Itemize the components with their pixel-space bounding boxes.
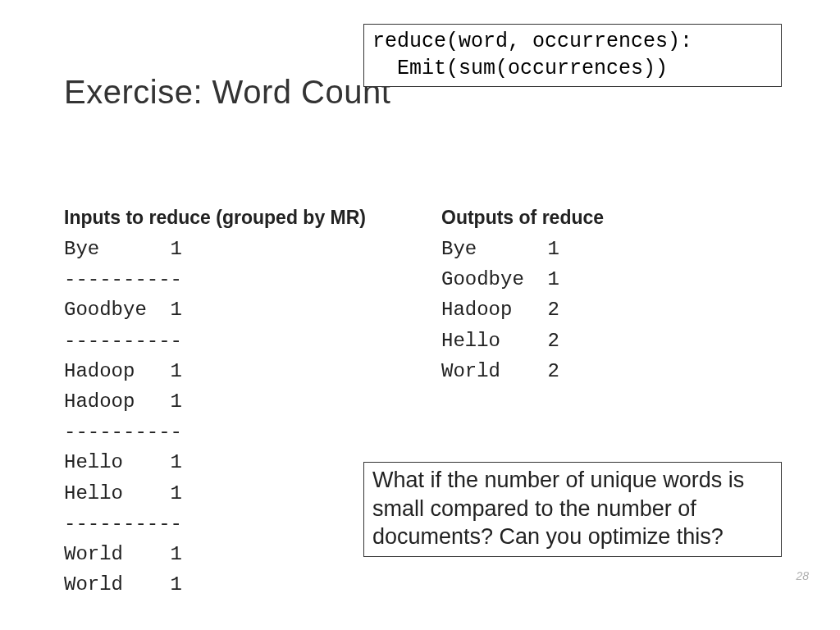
inputs-header: Inputs to reduce (grouped by MR) <box>64 207 409 229</box>
inputs-column: Inputs to reduce (grouped by MR) Bye 1--… <box>64 207 409 600</box>
page-number: 28 <box>796 569 809 582</box>
input-row: Hadoop 1 <box>64 356 409 386</box>
input-row: Goodbye 1 <box>64 294 409 325</box>
input-separator: ---------- <box>64 509 409 539</box>
code-line-2: Emit(sum(occurrences)) <box>372 56 773 83</box>
input-separator: ---------- <box>64 264 409 294</box>
output-row: Hello 2 <box>441 326 791 356</box>
input-separator: ---------- <box>64 326 409 356</box>
output-row: World 2 <box>441 356 791 386</box>
input-row: Hadoop 1 <box>64 386 409 417</box>
input-row: Bye 1 <box>64 234 409 264</box>
output-row: Bye 1 <box>441 234 791 264</box>
outputs-block: Bye 1Goodbye 1Hadoop 2Hello 2World 2 <box>441 234 791 386</box>
code-line-1: reduce(word, occurrences): <box>372 29 773 56</box>
reduce-code-box: reduce(word, occurrences): Emit(sum(occu… <box>363 24 782 87</box>
input-row: World 1 <box>64 539 409 569</box>
input-row: Hello 1 <box>64 447 409 477</box>
output-row: Goodbye 1 <box>441 264 791 294</box>
input-row: Hello 1 <box>64 478 409 509</box>
input-separator: ---------- <box>64 417 409 447</box>
slide-title: Exercise: Word Count <box>64 74 390 111</box>
inputs-block: Bye 1----------Goodbye 1----------Hadoop… <box>64 234 409 600</box>
output-row: Hadoop 2 <box>441 294 791 325</box>
input-row: World 1 <box>64 569 409 600</box>
question-box: What if the number of unique words is sm… <box>363 462 782 557</box>
outputs-header: Outputs of reduce <box>441 207 791 229</box>
